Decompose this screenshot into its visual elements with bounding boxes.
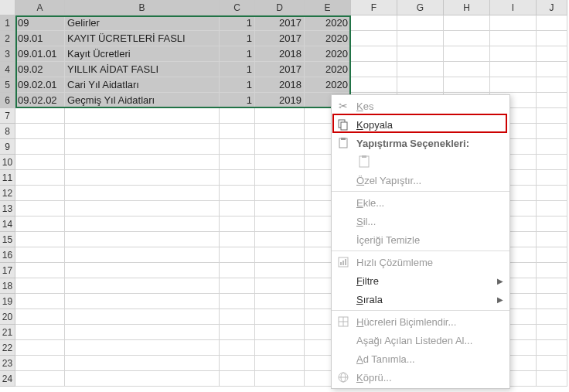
row-header[interactable]: 15 [0,232,15,247]
cell[interactable] [15,170,65,186]
cell[interactable]: 1 [220,46,255,62]
cell[interactable]: 2020 [305,15,351,31]
cell[interactable] [537,216,567,232]
cell[interactable] [65,108,220,124]
cell[interactable] [65,371,220,387]
cell[interactable] [15,124,65,139]
menu-format-cells[interactable]: Hücreleri Biçimlendir... [332,312,509,331]
cell[interactable] [15,294,65,309]
menu-hyperlink[interactable]: Köprü... [332,368,509,387]
row-header[interactable]: 14 [0,216,15,232]
cell[interactable] [537,15,567,31]
cell[interactable] [490,31,537,46]
cell[interactable] [537,325,567,340]
menu-delete[interactable]: Sil... [332,212,509,230]
cell[interactable] [397,15,444,31]
menu-clear-contents[interactable]: İçeriği Temizle [332,230,509,249]
cell[interactable]: 2017 [255,15,305,31]
cell[interactable] [255,309,305,325]
row-header[interactable]: 19 [0,294,15,309]
cell[interactable] [397,31,444,46]
row-header[interactable]: 23 [0,356,15,371]
cell[interactable] [220,294,255,309]
cell[interactable]: Geçmiş Yıl Aidatları [65,93,220,108]
cell[interactable] [15,263,65,278]
cell[interactable] [15,201,65,216]
cell[interactable] [65,294,220,309]
cell[interactable] [255,139,305,155]
cell[interactable]: 2017 [255,31,305,46]
cell[interactable] [537,62,567,77]
cell[interactable]: 2017 [255,62,305,77]
cell[interactable] [255,216,305,232]
menu-define-name[interactable]: Ad Tanımla... [332,349,509,368]
row-header[interactable]: 11 [0,170,15,186]
cell[interactable]: 2020 [305,77,351,93]
cell[interactable]: 1 [220,93,255,108]
cell[interactable] [65,232,220,247]
row-header[interactable]: 6 [0,93,15,108]
row-header[interactable]: 18 [0,278,15,294]
cell[interactable] [255,371,305,387]
cell[interactable] [537,201,567,216]
cell[interactable] [255,232,305,247]
cell[interactable] [397,62,444,77]
row-header[interactable]: 20 [0,309,15,325]
row-header[interactable]: 9 [0,139,15,155]
col-header-B[interactable]: B [65,0,220,15]
cell[interactable] [65,186,220,201]
cell[interactable] [65,278,220,294]
cell[interactable] [15,278,65,294]
row-header[interactable]: 12 [0,186,15,201]
cell[interactable] [255,294,305,309]
cell[interactable] [65,263,220,278]
cell[interactable] [537,155,567,170]
cell[interactable] [220,139,255,155]
cell[interactable] [15,325,65,340]
row-header[interactable]: 24 [0,371,15,387]
cell[interactable]: 2020 [305,46,351,62]
col-header-G[interactable]: G [397,0,444,15]
cell[interactable]: 2020 [305,31,351,46]
cell[interactable] [490,15,537,31]
col-header-J[interactable]: J [537,0,567,15]
menu-sort[interactable]: Sırala ▶ [332,290,509,308]
cell[interactable] [65,124,220,139]
row-header[interactable]: 22 [0,340,15,356]
cell[interactable] [15,247,65,263]
cell[interactable] [537,232,567,247]
row-header[interactable]: 21 [0,325,15,340]
col-header-I[interactable]: I [490,0,537,15]
cell[interactable] [220,247,255,263]
select-all-corner[interactable] [0,0,15,15]
menu-paste-button[interactable] [332,152,509,171]
cell[interactable] [65,139,220,155]
cell[interactable] [220,170,255,186]
cell[interactable] [15,155,65,170]
cell[interactable] [220,155,255,170]
cell[interactable]: YILLIK AİDAT FASLI [65,62,220,77]
cell[interactable] [255,278,305,294]
menu-pick-from-list[interactable]: Aşağı Açılan Listeden Al... [332,331,509,349]
cell[interactable] [15,340,65,356]
cell[interactable]: 1 [220,31,255,46]
cell[interactable] [65,325,220,340]
cell[interactable]: 09 [15,15,65,31]
cell[interactable] [537,124,567,139]
cell[interactable] [537,356,567,371]
cell[interactable]: 09.02.02 [15,93,65,108]
cell[interactable]: 2018 [255,77,305,93]
cell[interactable] [255,263,305,278]
row-header[interactable]: 7 [0,108,15,124]
cell[interactable] [220,356,255,371]
cell[interactable] [65,247,220,263]
cell[interactable] [255,247,305,263]
cell[interactable] [444,31,490,46]
cell[interactable] [255,155,305,170]
cell[interactable] [351,15,397,31]
col-header-E[interactable]: E [305,0,351,15]
menu-copy[interactable]: Kopyala [332,115,509,134]
col-header-C[interactable]: C [220,0,255,15]
cell[interactable] [490,46,537,62]
menu-cut[interactable]: ✂ Kes [332,97,509,115]
